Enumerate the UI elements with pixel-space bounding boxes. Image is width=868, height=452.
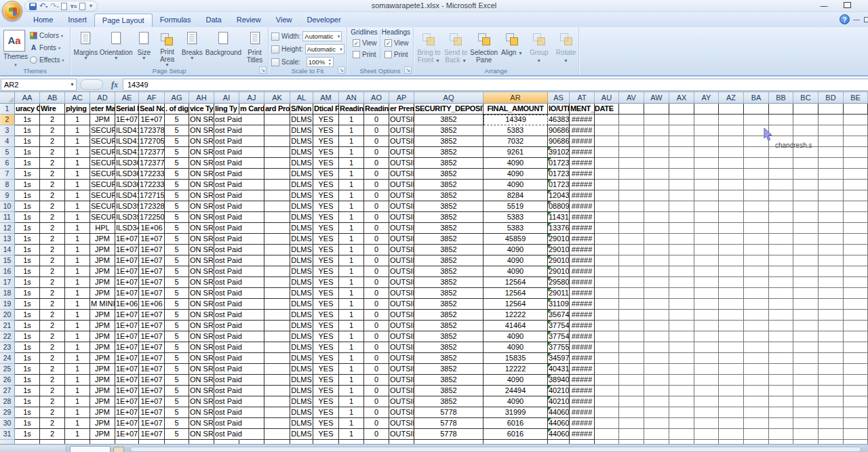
cell-AP4[interactable]: OUTSID [389,136,414,147]
cell-AG7[interactable]: 5 [165,169,189,180]
cell-AG22[interactable]: 5 [165,331,189,342]
cell-AN31[interactable]: 1 [339,429,364,440]
cell-AF16[interactable]: 1E+07 [139,266,165,277]
cell-AC27[interactable]: 1 [65,386,90,396]
cell-AP23[interactable]: OUTSID [389,342,414,353]
cell-AU13[interactable] [595,234,619,245]
row-header-13[interactable]: 13 [0,234,15,245]
cell-BE17[interactable] [844,277,868,288]
cell-BA1[interactable] [744,104,769,115]
cell-AN3[interactable]: 1 [339,125,364,136]
cell-AY30[interactable] [694,418,719,429]
cell-AI8[interactable]: ost Paid [214,180,239,190]
themes-button[interactable]: Aa Themes ▾ [3,30,28,68]
cell-AM31[interactable]: YES [313,429,339,440]
cell-AL17[interactable]: DLMS [290,277,313,288]
column-header-AP[interactable]: AP [389,92,414,104]
cell-BC26[interactable] [793,375,818,386]
cell-BC14[interactable] [793,245,818,255]
cell-AK28[interactable] [264,396,290,407]
cell-AR2[interactable]: 14349 [484,115,548,125]
cell-AX10[interactable] [669,201,694,212]
cell-BE13[interactable] [844,234,868,245]
cell-AB4[interactable]: 2 [40,136,65,147]
cell-AV31[interactable] [619,429,644,440]
cell-BD8[interactable] [818,180,844,190]
column-header-AD[interactable]: AD [90,92,115,104]
cell-AL8[interactable]: DLMS [290,180,313,190]
cell-BD16[interactable] [818,266,844,277]
fonts-button[interactable]: A Fonts▾ [30,42,60,54]
cell-AW24[interactable] [644,353,669,364]
cell-AY3[interactable] [694,125,719,136]
cell-AU27[interactable] [595,386,619,396]
cell-AZ17[interactable] [719,277,744,288]
cell-AG15[interactable]: 5 [165,255,189,266]
cell-AW19[interactable] [644,299,669,310]
cell-AS18[interactable]: 290118 [548,288,570,299]
cell-AH28[interactable]: ON SRB [189,396,214,407]
cell-BA18[interactable] [744,288,769,299]
cell-AP25[interactable]: OUTSID [389,364,414,375]
cell-AR30[interactable]: 6016 [484,418,548,429]
cell-AI25[interactable]: ost Paid [214,364,239,375]
select-all-corner[interactable] [0,92,15,104]
cell-AI20[interactable]: ost Paid [214,310,239,321]
cell-AJ16[interactable] [239,266,264,277]
cell-AA24[interactable]: 1s [15,353,40,364]
cell-AI3[interactable]: ost Paid [214,125,239,136]
cell-AH12[interactable]: ON SRB [189,223,214,234]
cell-AF12[interactable]: 1E+06 [139,223,165,234]
orientation-button[interactable]: Orientation▼ [100,28,133,67]
cell-AV21[interactable] [619,321,644,331]
cell-AZ28[interactable] [719,396,744,407]
cell-AQ2[interactable]: 3852 [414,115,484,125]
cell-BB28[interactable] [769,396,793,407]
cell-BC6[interactable] [793,158,818,169]
cell-BD12[interactable] [818,223,844,234]
cell-AB19[interactable]: 2 [40,299,65,310]
cell-AW29[interactable] [644,407,669,418]
cell-AS6[interactable]: 017238 [548,158,570,169]
cell-AM5[interactable]: YES [313,147,339,158]
cell-AD8[interactable]: SECURE [90,180,115,190]
cell-BA17[interactable] [744,277,769,288]
cell-AL23[interactable]: DLMS [290,342,313,353]
cell-AN19[interactable]: 1 [339,299,364,310]
cell-BD21[interactable] [818,321,844,331]
cell-AY22[interactable] [694,331,719,342]
cell-AE13[interactable]: 1E+07 [115,234,139,245]
cell-AM14[interactable]: YES [313,245,339,255]
cell-AL1[interactable]: S/Non [290,104,313,115]
cell-AY6[interactable] [694,158,719,169]
column-header-AC[interactable]: AC [65,92,90,104]
cell-AA4[interactable]: 1s [15,136,40,147]
cell-AN16[interactable]: 1 [339,266,364,277]
cell-AQ5[interactable]: 3852 [414,147,484,158]
cell-AR13[interactable]: 45859 [484,234,548,245]
cell-AZ15[interactable] [719,255,744,266]
cell-AC13[interactable]: 1 [65,234,90,245]
cell-AU24[interactable] [595,353,619,364]
cell-BC23[interactable] [793,342,818,353]
cell-AO2[interactable]: 0 [364,115,389,125]
cell-AQ21[interactable]: 3852 [414,321,484,331]
cell-AA3[interactable]: 1s [15,125,40,136]
tab-insert[interactable]: Insert [60,14,94,27]
cell-AM17[interactable]: YES [313,277,339,288]
cell-AU17[interactable] [595,277,619,288]
cell-AS22[interactable]: 377549 [548,331,570,342]
cell-AA11[interactable]: 1s [15,212,40,223]
cell-AE19[interactable]: 1E+06 [115,299,139,310]
cell-AU21[interactable] [595,321,619,331]
cell-AE5[interactable]: ILSD411 [115,147,139,158]
cell-AP29[interactable]: OUTSID [389,407,414,418]
cell-AG18[interactable]: 5 [165,288,189,299]
cell-AE21[interactable]: 1E+07 [115,321,139,331]
cell-BB18[interactable] [769,288,793,299]
cell-AE16[interactable]: 1E+07 [115,266,139,277]
cell-AQ18[interactable]: 3852 [414,288,484,299]
cell-AU9[interactable] [595,190,619,201]
minimize-button[interactable]: — [816,1,831,9]
cell-AW1[interactable] [644,104,669,115]
